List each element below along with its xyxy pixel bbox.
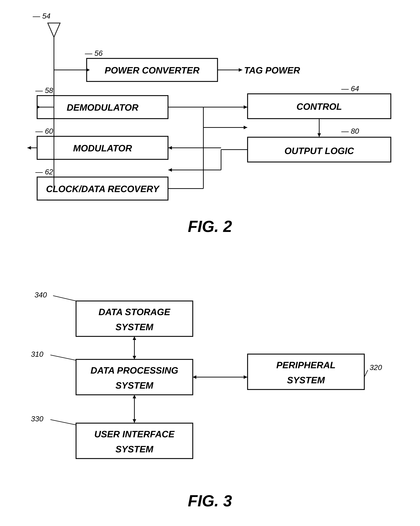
ref-54: — 54 (32, 12, 50, 20)
ref-56-label: — 56 (85, 49, 103, 57)
antenna-symbol (48, 23, 60, 37)
ref-340-label: 340 (34, 291, 47, 299)
ref-330-label: 330 (31, 415, 43, 423)
ref-320-label: 320 (370, 363, 382, 372)
arrow-to-pc (86, 68, 90, 72)
arrow-ol (317, 133, 321, 137)
arrow-up-ui (133, 395, 136, 398)
ref-58-label: — 58 (35, 86, 53, 95)
arrow-tagpower (239, 68, 242, 72)
control-label: CONTROL (296, 101, 342, 112)
clock-data-label: CLOCK/DATA RECOVERY (46, 184, 160, 194)
arrow-down-ui (133, 419, 136, 423)
arrow-mod-out (27, 146, 31, 150)
ref-340-line (53, 296, 76, 301)
arrow-ctrl (244, 105, 247, 109)
arrow-ctrl2 (244, 126, 247, 129)
output-logic-label: OUTPUT LOGIC (284, 146, 354, 156)
arrow-ol-mod (168, 146, 172, 150)
data-processing-label-line2: SYSTEM (116, 380, 154, 391)
arrow-left-peripheral (193, 375, 196, 379)
data-storage-label-line1: DATA STORAGE (98, 307, 170, 317)
arrow-ol-clk (168, 168, 172, 172)
ref-64-label: — 64 (341, 84, 359, 93)
arrow-up-ds (133, 336, 136, 340)
modulator-label: MODULATOR (73, 143, 132, 153)
power-converter-label: POWER CONVERTER (105, 65, 200, 75)
data-storage-label-line2: SYSTEM (116, 322, 154, 332)
data-processing-label-line1: DATA PROCESSING (90, 365, 178, 375)
arrow-right-peripheral (244, 375, 247, 379)
fig2-caption: FIG. 2 (188, 218, 232, 235)
ref-80-label: — 80 (341, 127, 359, 135)
peripheral-label-line1: PERIPHERAL (276, 360, 335, 370)
ref-330-line (50, 420, 76, 425)
arrow-demod (37, 105, 40, 109)
tag-power-label: TAG POWER (244, 65, 300, 75)
fig3-caption: FIG. 3 (188, 492, 232, 510)
ref-320-line (364, 370, 368, 377)
user-interface-label-line1: USER INTERFACE (94, 429, 175, 439)
ref-310-line (50, 355, 76, 360)
arrow-down-dp (133, 356, 136, 359)
peripheral-label-line2: SYSTEM (287, 375, 325, 385)
ref-60-label: — 60 (35, 127, 53, 135)
main-container: — 54 — 56 POWER CONVERTER TAG POWER — 58… (0, 0, 420, 526)
user-interface-label-line2: SYSTEM (116, 444, 154, 454)
ref-62-label: — 62 (35, 168, 53, 176)
demodulator-label: DEMODULATOR (67, 102, 138, 113)
ref-310-label: 310 (31, 350, 43, 358)
